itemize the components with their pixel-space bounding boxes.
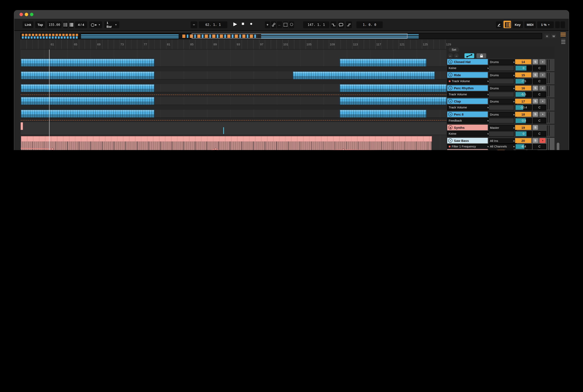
fold-icon[interactable]: ◉ — [448, 125, 453, 130]
arm-button-armed[interactable]: ◑ — [540, 138, 546, 143]
output-chooser[interactable]: Drums▼ — [489, 86, 517, 91]
link-button[interactable]: Link — [22, 22, 33, 28]
cpu-meter[interactable]: 1 %▼ — [537, 22, 554, 28]
zoom-window-button[interactable] — [30, 13, 33, 16]
midi-map-button[interactable]: MIDI — [525, 22, 536, 28]
input-channel-chooser[interactable]: All Channels▼ — [489, 144, 517, 149]
track-header-ride[interactable]: ▼Ride Track Volume▼ Drums▼ 15 S ◑ -7.5 C — [447, 72, 555, 85]
loop-length-field[interactable]: 1. 0. 0 — [356, 22, 383, 28]
automation-chooser[interactable]: Feedback▼ — [447, 118, 491, 124]
clip[interactable] — [340, 84, 447, 93]
track-number[interactable]: 18 — [515, 112, 531, 117]
track-name[interactable]: ▼Saw Bass — [447, 138, 488, 143]
arrangement-position-field[interactable]: 62. 1. 1 — [199, 22, 227, 28]
pan-field[interactable]: C — [533, 144, 546, 149]
back-to-arrangement-button[interactable]: ← — [277, 22, 282, 28]
volume-field[interactable]: -5.5 — [515, 92, 532, 97]
hamburger-icon[interactable] — [561, 32, 566, 36]
solo-button[interactable]: S — [533, 72, 538, 77]
monitor-off[interactable]: Off — [506, 149, 514, 150]
overview-viewport[interactable] — [192, 34, 408, 39]
loop-start-field[interactable]: 147. 1. 1 — [303, 22, 329, 28]
output-chooser[interactable]: Drums▼ — [489, 99, 517, 104]
volume-field[interactable]: -7.5 — [515, 78, 532, 84]
pan-field[interactable]: C — [533, 65, 546, 71]
lock-envelopes-button[interactable] — [477, 53, 486, 58]
clip[interactable] — [21, 84, 155, 93]
track-lane-perc-rhythm[interactable] — [21, 84, 447, 97]
clip[interactable] — [340, 97, 447, 106]
loop-button[interactable] — [338, 22, 344, 28]
track-name[interactable]: ▼Perc Rhythm — [447, 85, 488, 91]
track-name[interactable]: ▼Perc 8 — [447, 112, 488, 117]
automation-mode-button[interactable] — [465, 53, 474, 58]
clip[interactable] — [21, 110, 155, 118]
session-link-button[interactable] — [271, 22, 276, 28]
automation-line[interactable] — [21, 120, 447, 120]
track-header-closed-hat[interactable]: ▼Closed Hat Keine▼ Drums▼ 14 S ◑ 0 C — [447, 59, 555, 72]
automation-lane[interactable] — [21, 79, 447, 84]
track-lane-synths-group[interactable] — [21, 122, 447, 135]
track-number[interactable]: 19 — [515, 125, 531, 130]
automation-lane[interactable] — [21, 92, 447, 97]
automation-line[interactable] — [21, 95, 447, 95]
monitor-in[interactable]: In — [489, 149, 497, 150]
solo-button[interactable]: S — [533, 99, 538, 104]
output-chooser[interactable]: Master▼ — [489, 125, 517, 130]
solo-button[interactable]: S — [533, 86, 538, 90]
track-name[interactable]: ▼Clap — [447, 98, 488, 104]
clip[interactable] — [21, 58, 155, 67]
fold-icon[interactable]: ▼ — [448, 60, 453, 64]
clip[interactable] — [340, 110, 427, 118]
play-button[interactable]: ▶ — [233, 21, 237, 26]
solo-button[interactable]: S — [533, 125, 538, 130]
clip[interactable] — [21, 71, 155, 80]
output-chooser[interactable]: Drums▼ — [489, 72, 517, 78]
fixed-width-button[interactable]: W — [551, 34, 557, 38]
clip[interactable] — [21, 97, 155, 106]
stop-button[interactable]: ■ — [242, 21, 244, 26]
pan-field[interactable]: C — [533, 92, 546, 97]
clip[interactable] — [293, 71, 435, 80]
punch-out-button[interactable] — [346, 22, 352, 28]
nudge-down-icon[interactable] — [63, 22, 68, 28]
automation-lane[interactable] — [21, 118, 447, 122]
automation-chooser[interactable]: Keine▼ — [447, 65, 491, 71]
nudge-up-icon[interactable] — [69, 22, 74, 28]
minimize-window-button[interactable] — [25, 13, 28, 16]
track-number[interactable]: 14 — [515, 59, 531, 64]
arrangement-overview[interactable] — [21, 33, 542, 39]
volume-field[interactable]: -3.8 — [515, 118, 532, 124]
arm-button[interactable]: ◑ — [540, 99, 546, 104]
volume-field[interactable]: -10.4 — [515, 105, 532, 110]
fold-icon[interactable]: ▼ — [448, 112, 453, 116]
solo-button[interactable]: S — [533, 112, 538, 117]
clip[interactable] — [21, 122, 23, 130]
next-automation-button[interactable]: → — [454, 53, 459, 58]
draw-mode-button[interactable] — [283, 22, 288, 28]
volume-field[interactable]: 0 — [515, 65, 532, 71]
metronome-button[interactable]: ◯●▼ — [89, 22, 102, 28]
automation-chooser[interactable]: Filter 1 Frequency▼ — [447, 144, 491, 149]
automation-chooser[interactable]: Keine▼ — [447, 131, 491, 136]
track-header-perc-rhythm[interactable]: ▼Perc Rhythm Track Volume▼ Drums▼ 16 S ◑… — [447, 85, 555, 98]
automation-chooser[interactable]: Track Volume▼ — [447, 78, 491, 84]
fold-icon[interactable]: ▼ — [448, 138, 453, 143]
draw-pencil-button[interactable] — [496, 22, 502, 28]
tap-tempo-button[interactable]: Tap — [35, 22, 45, 28]
beat-time-ruler[interactable]: 61 65 69 73 77 81 85 89 93 97 101 105 10… — [21, 40, 447, 50]
automation-chooser[interactable]: Track Volume▼ — [447, 92, 491, 97]
arrangement-area[interactable]: Ziehen Sie Dateien und Geräte hierhin. — [21, 50, 447, 150]
track-number[interactable]: 16 — [515, 86, 531, 90]
prev-automation-button[interactable]: ← — [448, 53, 453, 58]
key-map-button[interactable]: Key — [513, 22, 523, 28]
fold-icon[interactable]: ▼ — [448, 73, 453, 77]
output-chooser[interactable]: Drums▼ — [489, 112, 517, 118]
clip-header[interactable] — [21, 136, 432, 142]
track-header-synths[interactable]: ◉Synths Keine▼ Master▼ 19 S 0 C — [447, 125, 555, 138]
track-lane-saw-bass[interactable] — [21, 136, 447, 150]
arm-button[interactable]: ◑ — [540, 72, 546, 77]
vertical-scrollbar[interactable] — [557, 142, 559, 150]
arm-button[interactable]: ◑ — [540, 112, 546, 117]
group-track-name[interactable]: ◉Synths — [447, 125, 488, 130]
